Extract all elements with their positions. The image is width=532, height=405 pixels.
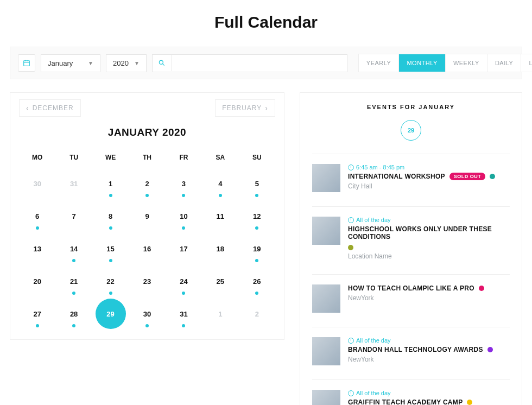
calendar-day[interactable]: 24 — [166, 271, 202, 292]
calendar-day[interactable]: 28 — [55, 303, 92, 324]
view-tab-monthly[interactable]: MONTHLY — [399, 54, 445, 72]
day-number: 2 — [255, 310, 259, 318]
event-dot — [109, 194, 112, 197]
day-number: 1 — [218, 310, 222, 318]
event-dot — [182, 226, 185, 230]
calendar-day[interactable]: 14 — [55, 238, 92, 259]
event-dot — [145, 324, 149, 327]
calendar-heading: JANUARY 2020 — [19, 126, 275, 138]
view-tab-yearly[interactable]: YEARLY — [359, 54, 400, 72]
event-location: Location Name — [348, 252, 510, 260]
calendar-day[interactable]: 8 — [92, 206, 129, 226]
calendar-day[interactable]: 27 — [19, 303, 55, 324]
calendar-day[interactable]: 11 — [202, 206, 238, 226]
calendar-icon — [18, 54, 35, 72]
day-number: 17 — [180, 245, 187, 253]
event-location: City Hall — [348, 182, 510, 190]
day-number: 29 — [106, 310, 114, 318]
calendar-day[interactable]: 2 — [129, 173, 165, 194]
calendar-panel: ‹ DECEMBER FEBRUARY › JANUARY 2020 MOTUW… — [10, 92, 284, 340]
calendar-day[interactable]: 22 — [92, 271, 129, 292]
event-item[interactable]: 6:45 am - 8:45 pmINTERNATIONAL WORKSHOPS… — [312, 154, 510, 192]
day-number: 6 — [35, 212, 39, 220]
day-number: 12 — [253, 212, 261, 220]
event-time: 6:45 am - 8:45 pm — [348, 164, 510, 170]
view-tab-daily[interactable]: DAILY — [487, 54, 521, 72]
status-dot — [348, 245, 353, 250]
calendar-day[interactable]: 13 — [19, 238, 55, 259]
event-dot — [255, 226, 258, 230]
calendar-day[interactable]: 9 — [129, 206, 165, 226]
calendar-day[interactable]: 26 — [239, 271, 275, 292]
view-tab-list[interactable]: LIST — [521, 54, 532, 72]
day-number: 8 — [109, 212, 112, 220]
day-number: 20 — [33, 277, 41, 286]
calendar-day[interactable]: 4 — [202, 173, 238, 194]
next-month-button[interactable]: FEBRUARY › — [215, 99, 275, 117]
prev-month-button[interactable]: ‹ DECEMBER — [19, 99, 81, 117]
calendar-day[interactable]: 10 — [166, 206, 202, 226]
calendar-day[interactable]: 25 — [202, 271, 238, 292]
calendar-day[interactable]: 16 — [129, 238, 165, 259]
selected-day-indicator: 29 — [401, 120, 421, 141]
svg-line-5 — [163, 64, 164, 66]
event-item[interactable]: All of the dayGRAIFFIN TEACH ACADEMY CAM… — [312, 379, 510, 405]
event-dot — [182, 194, 185, 197]
event-time: All of the day — [348, 217, 510, 223]
calendar-day[interactable]: 18 — [202, 238, 238, 259]
event-item[interactable]: All of the dayHIGHSCHOOL WORKS ONLY UNDE… — [312, 206, 510, 260]
calendar-day[interactable]: 5 — [239, 173, 275, 194]
calendar-day[interactable]: 23 — [129, 271, 165, 292]
calendar-day[interactable]: 21 — [55, 271, 92, 292]
event-dot — [109, 226, 112, 230]
next-month-label: FEBRUARY — [222, 104, 262, 112]
calendar-day[interactable]: 7 — [55, 206, 92, 226]
event-time: All of the day — [348, 390, 510, 396]
events-header: EVENTS FOR JANUARY — [312, 104, 510, 110]
search-input[interactable] — [172, 55, 347, 72]
day-number: 22 — [106, 277, 114, 286]
day-number: 18 — [217, 245, 224, 253]
event-item[interactable]: All of the dayBRANDON HALL TECHNOLOGY AW… — [312, 327, 510, 365]
toolbar-left: January ▼ 2020 ▼ — [18, 54, 147, 72]
calendar-day[interactable]: 3 — [166, 173, 202, 194]
calendar-day[interactable]: 19 — [239, 238, 275, 259]
weekday-header: TH — [129, 154, 165, 161]
day-number: 24 — [180, 277, 187, 286]
day-number: 5 — [255, 180, 259, 188]
svg-point-4 — [159, 60, 163, 64]
day-number: 21 — [70, 277, 78, 286]
chevron-left-icon: ‹ — [26, 104, 29, 112]
calendar-day[interactable]: 15 — [92, 238, 129, 259]
day-number: 16 — [143, 245, 151, 253]
calendar-day: 1 — [202, 303, 238, 324]
weekday-header: MO — [19, 154, 55, 161]
calendar-day: 31 — [55, 173, 92, 194]
day-number: 27 — [33, 310, 41, 318]
calendar-day[interactable]: 1 — [92, 173, 129, 194]
prev-month-label: DECEMBER — [33, 104, 74, 112]
day-number: 13 — [33, 245, 41, 253]
event-dot — [255, 259, 258, 262]
view-tab-weekly[interactable]: WEEKLY — [446, 54, 487, 72]
weekday-header: WE — [92, 154, 129, 161]
event-dot — [72, 324, 75, 327]
event-thumbnail — [312, 217, 340, 245]
calendar-day[interactable]: 12 — [239, 206, 275, 226]
event-dot — [255, 292, 258, 295]
calendar-day[interactable]: 31 — [166, 303, 202, 324]
weekday-header: SA — [202, 154, 238, 161]
calendar-day: 30 — [19, 173, 55, 194]
event-item[interactable]: HOW TO TEACH OLAMPIC LIKE A PRONewYork — [312, 274, 510, 313]
calendar-day[interactable]: 6 — [19, 206, 55, 226]
calendar-day[interactable]: 29 — [92, 303, 129, 324]
month-select[interactable]: January ▼ — [41, 54, 100, 72]
weekday-header: FR — [166, 154, 202, 161]
search-icon[interactable] — [153, 55, 172, 71]
year-select[interactable]: 2020 ▼ — [106, 54, 147, 72]
chevron-down-icon: ▼ — [88, 60, 93, 66]
event-dot — [182, 324, 185, 327]
calendar-day[interactable]: 30 — [129, 303, 165, 324]
calendar-day[interactable]: 20 — [19, 271, 55, 292]
calendar-day[interactable]: 17 — [166, 238, 202, 259]
